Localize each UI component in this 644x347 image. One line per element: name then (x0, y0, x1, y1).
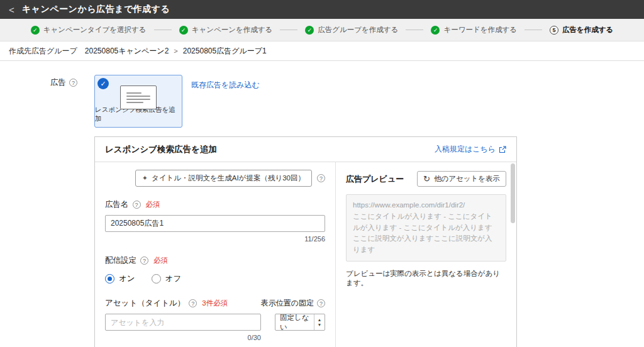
ad-preview-column: 広告プレビュー ↻ 他のアセットを表示 https://www.example.… (336, 162, 516, 347)
required-badge: 必須 (153, 256, 168, 265)
radio-label-off: オフ (165, 273, 182, 284)
select-spinner-icon: ▲ ▼ (314, 314, 325, 330)
preview-description: ここに説明文が入りますここに説明文が入ります (353, 233, 499, 256)
sparkle-icon: ✦ (142, 174, 148, 182)
position-fixed-label: 表示位置の固定 (261, 298, 314, 309)
refresh-button-label: 他のアセットを表示 (434, 174, 500, 184)
step-create-campaign: ✓ キャンペーンを作成する (179, 25, 273, 35)
ad-field-label: 広告 ? (50, 75, 94, 88)
breadcrumb-prefix: 作成先広告グループ (9, 46, 77, 57)
step-label: キーワードを作成する (443, 25, 517, 35)
step-number-icon: 5 (550, 26, 558, 35)
step-check-icon: ✓ (31, 26, 40, 35)
step-label: 広告グループを作成する (318, 25, 398, 35)
required-badge: 3件必須 (202, 299, 228, 308)
breadcrumb-campaign: 20250805キャンペーン2 (85, 46, 169, 57)
ad-document-icon (120, 85, 157, 109)
preview-note: プレビューは実際の表示とは異なる場合があります。 (346, 269, 506, 288)
help-icon[interactable]: ? (317, 174, 325, 182)
position-select-1[interactable]: 固定しない ▲ ▼ (275, 314, 325, 331)
asset-title-label: アセット（タイトル） (105, 298, 185, 309)
ad-preview-box: https://www.example.com/dir1/dir2/ ここにタイ… (346, 194, 506, 262)
icon-line (126, 99, 150, 100)
show-other-assets-button[interactable]: ↻ 他のアセットを表示 (417, 171, 506, 187)
delivery-radio-group: オン オフ (105, 273, 325, 284)
responsive-search-ad-card[interactable]: ✓ レスポンシブ検索広告を追加 (94, 75, 182, 128)
position-select-value: 固定しない (275, 314, 314, 330)
progress-stepper: ✓ キャンペーンタイプを選択する ✓ キャンペーンを作成する ✓ 広告グループを… (0, 19, 644, 41)
radio-label-on: オン (119, 273, 135, 284)
preview-header: 広告プレビュー ↻ 他のアセットを表示 (346, 171, 506, 187)
step-separator (280, 30, 297, 30)
panel-body: ✦ タイトル・説明文を生成AIが提案（残り30回） ? 広告名 ? 必須 11/… (95, 162, 516, 347)
panel-title: レスポンシブ検索広告を追加 (105, 144, 217, 155)
step-create-ad-group: ✓ 広告グループを作成する (305, 25, 398, 35)
external-link-icon (499, 146, 506, 153)
help-icon[interactable]: ? (140, 256, 148, 265)
main-content: 広告 ? ✓ レスポンシブ検索広告を追加 既存広告を読み込む レスポンシブ検索広… (0, 61, 644, 347)
ad-type-row: 広告 ? ✓ レスポンシブ検索広告を追加 既存広告を読み込む (0, 61, 644, 128)
selected-check-icon: ✓ (97, 78, 109, 89)
help-icon[interactable]: ? (133, 201, 141, 209)
asset-row-1: 0/30 固定しない ▲ ▼ (105, 309, 325, 341)
icon-line (126, 102, 143, 103)
preview-title: 広告プレビュー (346, 174, 404, 185)
chevron-right-icon: > (174, 47, 177, 55)
ad-name-char-counter: 11/256 (105, 235, 325, 243)
radio-selected-icon (105, 274, 114, 284)
app-header: < キャンペーンから広告まで作成する (0, 0, 644, 19)
help-icon[interactable]: ? (69, 79, 77, 87)
required-badge: 必須 (146, 200, 160, 209)
step-select-campaign-type: ✓ キャンペーンタイプを選択する (31, 25, 147, 35)
ai-suggest-row: ✦ タイトル・説明文を生成AIが提案（残り30回） ? (105, 170, 325, 187)
caret-up-icon: ▲ (318, 317, 321, 322)
step-create-ad: 5 広告を作成する (550, 25, 613, 35)
panel-scrollbar[interactable] (511, 163, 515, 223)
delivery-label-row: 配信設定 ? 必須 (105, 255, 325, 266)
asset-title-label-group: アセット（タイトル） ? 3件必須 (105, 298, 228, 309)
asset-char-counter-1: 0/30 (105, 334, 261, 341)
breadcrumb-ad-group: 20250805広告グループ1 (183, 46, 267, 57)
position-fixed-label-group: 表示位置の固定 ? (261, 298, 325, 309)
page-title: キャンペーンから広告まで作成する (22, 4, 170, 15)
step-separator (525, 30, 542, 30)
radio-unselected-icon (152, 274, 161, 284)
ai-button-label: タイトル・説明文を生成AIが提案（残り30回） (152, 174, 305, 183)
submission-guideline-link[interactable]: 入稿規定はこちら (435, 144, 506, 155)
step-label: 広告を作成する (562, 25, 613, 35)
step-label: キャンペーンを作成する (192, 25, 273, 35)
step-check-icon: ✓ (305, 26, 314, 35)
panel-header: レスポンシブ検索広告を追加 入稿規定はこちら (95, 137, 516, 162)
load-existing-ad-link[interactable]: 既存広告を読み込む (191, 80, 260, 91)
icon-line (126, 92, 142, 94)
delivery-on-radio[interactable]: オン (105, 273, 135, 284)
preview-url: https://www.example.com/dir1/dir2/ (353, 200, 499, 211)
guideline-link-text: 入稿規定はこちら (435, 144, 496, 155)
step-separator (406, 30, 423, 30)
delivery-label: 配信設定 (105, 255, 136, 266)
ad-label-text: 広告 (50, 77, 66, 88)
preview-headline: ここにタイトルが入ります - ここにタイトルが入ります - ここにタイトルが入り… (353, 211, 499, 234)
step-check-icon: ✓ (431, 26, 440, 35)
ad-name-label: 広告名 (105, 199, 129, 210)
step-check-icon: ✓ (179, 26, 188, 35)
asset-title-input-1[interactable] (105, 314, 261, 331)
help-icon[interactable]: ? (317, 299, 325, 307)
ad-name-input[interactable] (105, 215, 325, 232)
delivery-off-radio[interactable]: オフ (152, 273, 182, 284)
ad-form-column: ✦ タイトル・説明文を生成AIが提案（残り30回） ? 広告名 ? 必須 11/… (95, 162, 336, 347)
step-label: キャンペーンタイプを選択する (43, 25, 147, 35)
caret-down-icon: ▼ (318, 322, 321, 327)
refresh-icon: ↻ (423, 175, 430, 183)
breadcrumb: 作成先広告グループ 20250805キャンペーン2 > 20250805広告グル… (0, 41, 644, 61)
help-icon[interactable]: ? (189, 299, 197, 307)
back-icon[interactable]: < (9, 5, 14, 14)
step-separator (154, 30, 172, 30)
icon-line (126, 96, 150, 97)
step-create-keywords: ✓ キーワードを作成する (431, 25, 517, 35)
asset-input-wrap: 0/30 (105, 309, 261, 341)
ad-name-label-row: 広告名 ? 必須 (105, 199, 325, 210)
ai-suggest-button[interactable]: ✦ タイトル・説明文を生成AIが提案（残り30回） (135, 170, 312, 187)
responsive-ad-panel: レスポンシブ検索広告を追加 入稿規定はこちら ✦ タイトル・説明文を生成AIが提… (94, 136, 517, 347)
asset-header-row: アセット（タイトル） ? 3件必須 表示位置の固定 ? (105, 298, 325, 309)
